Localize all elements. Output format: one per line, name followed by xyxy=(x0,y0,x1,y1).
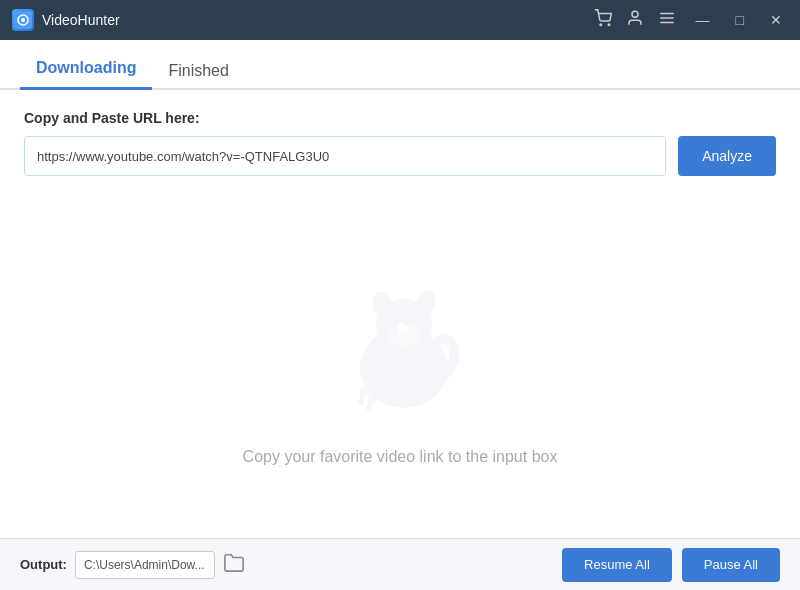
empty-state-icon xyxy=(320,264,480,424)
minimize-button[interactable]: — xyxy=(690,10,716,30)
tab-downloading[interactable]: Downloading xyxy=(20,49,152,90)
output-path: C:\Users\Admin\Dow... xyxy=(75,551,215,579)
close-button[interactable]: ✕ xyxy=(764,10,788,30)
menu-icon[interactable] xyxy=(658,9,676,31)
title-bar-controls: — □ ✕ xyxy=(594,9,788,31)
url-label: Copy and Paste URL here: xyxy=(24,110,776,126)
resume-all-button[interactable]: Resume All xyxy=(562,548,672,582)
main-content: Downloading Finished Copy and Paste URL … xyxy=(0,40,800,538)
empty-state-text: Copy your favorite video link to the inp… xyxy=(243,448,558,466)
svg-point-4 xyxy=(608,24,610,26)
output-section: Output: C:\Users\Admin\Dow... xyxy=(20,551,245,579)
output-label: Output: xyxy=(20,557,67,572)
svg-point-3 xyxy=(600,24,602,26)
title-bar: VideoHunter — □ ✕ xyxy=(0,0,800,40)
tab-finished[interactable]: Finished xyxy=(152,52,244,90)
app-logo xyxy=(12,9,34,31)
svg-point-5 xyxy=(632,11,638,17)
cart-icon[interactable] xyxy=(594,9,612,31)
pause-all-button[interactable]: Pause All xyxy=(682,548,780,582)
tabs-container: Downloading Finished xyxy=(0,40,800,90)
svg-point-2 xyxy=(21,18,25,22)
footer: Output: C:\Users\Admin\Dow... Resume All… xyxy=(0,538,800,590)
empty-state: Copy your favorite video link to the inp… xyxy=(0,192,800,538)
app-title: VideoHunter xyxy=(42,12,120,28)
url-input-row: Analyze xyxy=(24,136,776,176)
analyze-button[interactable]: Analyze xyxy=(678,136,776,176)
url-input[interactable] xyxy=(24,136,666,176)
user-icon[interactable] xyxy=(626,9,644,31)
footer-buttons: Resume All Pause All xyxy=(562,548,780,582)
url-section: Copy and Paste URL here: Analyze xyxy=(0,90,800,192)
folder-icon[interactable] xyxy=(223,552,245,577)
maximize-button[interactable]: □ xyxy=(730,10,750,30)
title-bar-left: VideoHunter xyxy=(12,9,120,31)
